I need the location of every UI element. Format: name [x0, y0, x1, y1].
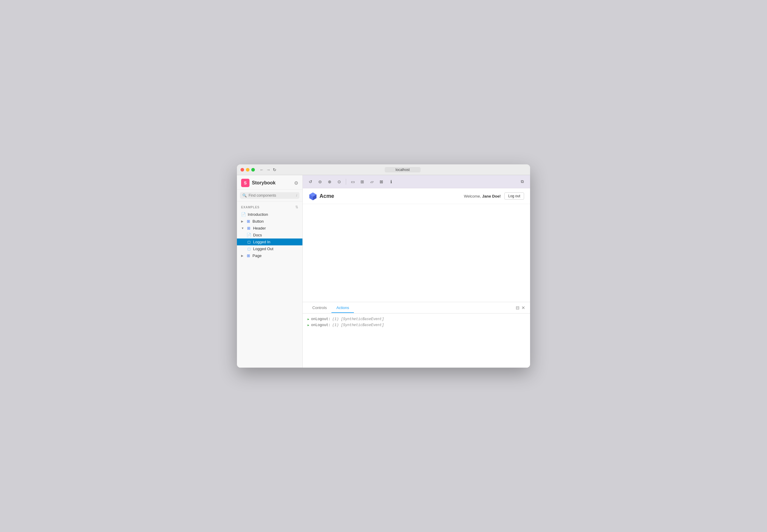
refresh-button[interactable]: ↻	[273, 167, 277, 172]
expand-icon: ▶	[241, 254, 244, 257]
back-button[interactable]: ←	[260, 167, 264, 172]
action-log: ▶ onLogout: (1) [SyntheticBaseEvent] ▶ o…	[308, 317, 525, 327]
action-expand-arrow[interactable]: ▶	[308, 323, 309, 327]
reload-button[interactable]: ↺	[306, 178, 315, 186]
search-input[interactable]	[249, 193, 294, 198]
measure-button[interactable]: ⊠	[377, 178, 386, 186]
acme-app-name: Acme	[320, 193, 334, 199]
zoom-out-button[interactable]: ⊖	[316, 178, 324, 186]
bottom-content: ▶ onLogout: (1) [SyntheticBaseEvent] ▶ o…	[303, 314, 530, 368]
sidebar-item-label: Introduction	[248, 212, 268, 217]
component-icon: ⊞	[246, 219, 251, 224]
action-log-entry: ▶ onLogout: (1) [SyntheticBaseEvent]	[308, 317, 525, 321]
browser-window: ← → ↻ localhost S Storybook ⚙ 🔍	[237, 164, 530, 368]
sidebar-item-header[interactable]: ▼ ⊞ Header	[237, 225, 303, 232]
open-new-tab-button[interactable]: ⧉	[518, 178, 526, 186]
sidebar-item-label: Docs	[253, 233, 262, 237]
sidebar-item-header-docs[interactable]: 📄 Docs	[237, 232, 303, 239]
component-icon: ⊞	[246, 253, 251, 258]
nav-buttons: ← → ↻	[260, 167, 277, 172]
storybook-toolbar: ↺ ⊖ ⊕ ⊙ ▭ ⊞ ▱ ⊠ ℹ ⧉	[303, 175, 530, 188]
acme-logo-icon	[309, 192, 317, 200]
titlebar: ← → ↻ localhost	[237, 164, 530, 175]
preview-area: Acme Welcome, Jane Doe! Log out	[303, 188, 530, 368]
bottom-panel: Controls Actions ⊟ ✕ ▶ onLogout:	[303, 302, 530, 368]
minimize-button[interactable]	[246, 168, 250, 172]
acme-header-component: Acme Welcome, Jane Doe! Log out	[303, 188, 530, 204]
sidebar-header: S Storybook ⚙	[237, 175, 303, 190]
action-name: onLogout:	[311, 323, 331, 327]
storybook-logo-text: Storybook	[252, 180, 276, 186]
action-expand-arrow[interactable]: ▶	[308, 317, 309, 321]
zoom-reset-button[interactable]: ⊙	[335, 178, 343, 186]
tab-controls[interactable]: Controls	[308, 303, 331, 313]
sidebar-item-label: Logged Out	[253, 247, 274, 251]
main-content: S Storybook ⚙ 🔍 / EXAMPLES ⇅	[237, 175, 530, 368]
url-bar-container: localhost	[279, 167, 526, 172]
action-log-entry: ▶ onLogout: (1) [SyntheticBaseEvent]	[308, 323, 525, 327]
sidebar: S Storybook ⚙ 🔍 / EXAMPLES ⇅	[237, 175, 303, 368]
story-icon: ◻	[247, 240, 251, 244]
split-panel-button[interactable]: ⊟	[516, 305, 519, 311]
sort-icon[interactable]: ⇅	[295, 205, 298, 209]
examples-section: EXAMPLES ⇅ 📄 Introduction ▶ ⊞ Button ▼	[237, 201, 303, 260]
tab-action-buttons: ⊟ ✕	[516, 305, 525, 311]
sidebar-item-label: Button	[253, 219, 264, 224]
action-args: (1) [SyntheticBaseEvent]	[332, 323, 384, 327]
settings-icon[interactable]: ⚙	[294, 180, 298, 186]
section-header: EXAMPLES ⇅	[237, 205, 303, 211]
sidebar-logo: S Storybook	[241, 179, 276, 187]
sidebar-item-label: Logged In	[253, 240, 271, 244]
logout-button[interactable]: Log out	[504, 192, 524, 200]
storybook-logo-icon: S	[241, 179, 250, 187]
grid-button[interactable]: ⊞	[358, 178, 366, 186]
section-label: EXAMPLES	[241, 206, 259, 209]
docs-icon: 📄	[241, 212, 246, 217]
info-button[interactable]: ℹ	[387, 178, 395, 186]
bottom-tabs: Controls Actions ⊟ ✕	[303, 302, 530, 314]
sidebar-item-introduction[interactable]: 📄 Introduction	[237, 211, 303, 218]
welcome-text: Welcome, Jane Doe!	[464, 194, 501, 198]
preview-content: Acme Welcome, Jane Doe! Log out	[303, 188, 530, 302]
search-box: 🔍 /	[240, 192, 300, 199]
expand-icon: ▶	[241, 220, 244, 223]
sidebar-item-label: Page	[253, 253, 262, 258]
sidebar-item-button[interactable]: ▶ ⊞ Button	[237, 218, 303, 225]
maximize-button[interactable]	[251, 168, 255, 172]
search-icon: 🔍	[242, 193, 247, 198]
sidebar-item-page[interactable]: ▶ ⊞ Page	[237, 252, 303, 259]
tab-actions[interactable]: Actions	[331, 303, 354, 313]
close-panel-button[interactable]: ✕	[521, 305, 525, 311]
full-screen-button[interactable]: ▭	[349, 178, 357, 186]
component-icon: ⊞	[247, 226, 251, 230]
close-button[interactable]	[241, 168, 244, 172]
url-bar[interactable]: localhost	[385, 167, 421, 172]
sidebar-search: 🔍 /	[237, 190, 303, 201]
acme-right-area: Welcome, Jane Doe! Log out	[464, 192, 524, 200]
search-shortcut: /	[296, 194, 297, 197]
story-icon: ◻	[247, 247, 251, 251]
action-args: (1) [SyntheticBaseEvent]	[332, 317, 384, 321]
sidebar-item-label: Header	[253, 226, 266, 230]
main-panel: ↺ ⊖ ⊕ ⊙ ▭ ⊞ ▱ ⊠ ℹ ⧉	[303, 175, 530, 368]
sidebar-item-header-logged-in[interactable]: ◻ Logged In	[237, 239, 303, 245]
acme-logo-area: Acme	[309, 192, 334, 200]
forward-button[interactable]: →	[266, 167, 271, 172]
outline-button[interactable]: ▱	[368, 178, 376, 186]
expand-icon: ▼	[241, 227, 244, 230]
zoom-in-button[interactable]: ⊕	[326, 178, 334, 186]
sidebar-item-header-logged-out[interactable]: ◻ Logged Out	[237, 245, 303, 252]
action-name: onLogout:	[311, 317, 331, 321]
docs-icon: 📄	[247, 233, 251, 237]
traffic-lights	[241, 168, 255, 172]
